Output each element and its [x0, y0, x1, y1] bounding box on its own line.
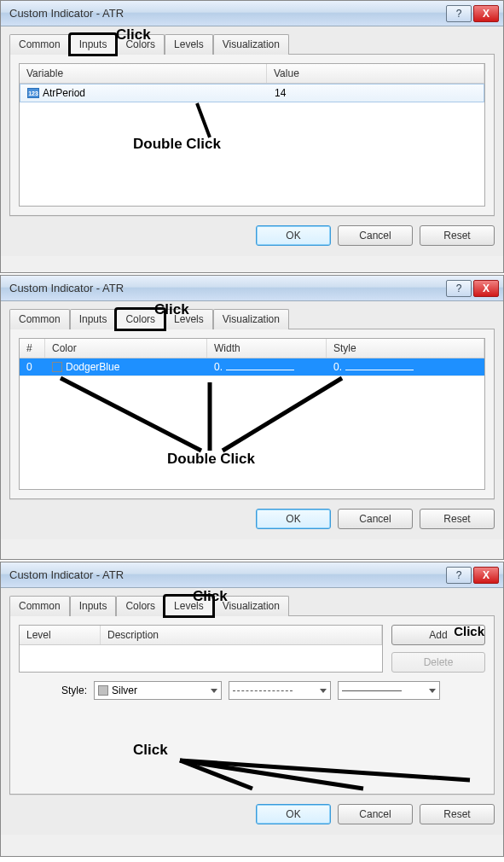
- help-icon: ?: [456, 282, 462, 294]
- color-swatch: [52, 362, 62, 372]
- titlebar: Custom Indicator - ATR ? X: [1, 1, 503, 26]
- ok-button[interactable]: OK: [256, 225, 331, 246]
- cancel-button[interactable]: Cancel: [338, 509, 413, 529]
- levels-body: Level Description Add Delete: [19, 625, 485, 673]
- delete-button: Delete: [391, 652, 485, 673]
- col-variable[interactable]: Variable: [20, 64, 267, 83]
- tab-levels[interactable]: Levels: [165, 309, 213, 329]
- tab-panel: Click Level Description Add Delete Styl: [9, 615, 495, 795]
- dialog-buttons: OK Cancel Reset: [9, 795, 495, 828]
- style-dash-dropdown[interactable]: [229, 681, 331, 700]
- tab-common[interactable]: Common: [9, 309, 70, 329]
- close-icon: X: [483, 569, 490, 581]
- silver-swatch: [98, 685, 108, 696]
- close-button[interactable]: X: [473, 280, 499, 297]
- style-width-dropdown[interactable]: [338, 681, 440, 700]
- int-icon: 123: [27, 88, 39, 98]
- col-value[interactable]: Value: [267, 64, 484, 83]
- dialog-buttons: OK Cancel Reset: [9, 216, 495, 249]
- window-title: Custom Indicator - ATR: [9, 7, 446, 20]
- levels-left: Level Description: [19, 625, 383, 673]
- chevron-down-icon: [320, 689, 327, 693]
- width-val: 0.: [214, 361, 223, 373]
- tab-panel: # Color Width Style 0 DodgerBlue 0.: [9, 329, 495, 499]
- tab-levels[interactable]: Levels: [165, 34, 213, 55]
- help-icon: ?: [456, 569, 462, 581]
- help-icon: ?: [456, 8, 462, 20]
- col-hash[interactable]: #: [20, 339, 45, 358]
- help-button[interactable]: ?: [446, 567, 472, 584]
- titlebar-buttons: ? X: [446, 567, 499, 584]
- tab-colors[interactable]: Colors: [116, 596, 165, 616]
- dialog-buttons: OK Cancel Reset: [9, 499, 495, 533]
- tab-common[interactable]: Common: [9, 34, 70, 55]
- close-icon: X: [483, 8, 490, 20]
- dialog-body: Common Inputs Colors Levels Visualizatio…: [1, 301, 503, 539]
- table-row[interactable]: 0 DodgerBlue 0. 0.: [20, 358, 484, 376]
- style-row: Style: Silver: [19, 673, 485, 700]
- table-header: # Color Width Style: [20, 339, 484, 358]
- chevron-down-icon: [211, 689, 217, 693]
- chevron-down-icon: [429, 689, 436, 693]
- ok-button[interactable]: OK: [256, 509, 331, 529]
- add-button[interactable]: Add: [391, 625, 485, 645]
- style-color-dropdown[interactable]: Silver: [94, 681, 222, 700]
- tab-inputs[interactable]: Inputs: [70, 34, 117, 55]
- col-level[interactable]: Level: [20, 626, 101, 644]
- col-color[interactable]: Color: [45, 339, 207, 358]
- table-header: Variable Value: [20, 64, 484, 84]
- reset-button[interactable]: Reset: [420, 225, 495, 246]
- close-button[interactable]: X: [473, 5, 499, 22]
- row-num: 0: [20, 358, 45, 376]
- reset-button[interactable]: Reset: [420, 804, 495, 824]
- dialog-inputs: Custom Indicator - ATR ? X Click Common …: [0, 0, 504, 273]
- cancel-button[interactable]: Cancel: [338, 225, 413, 246]
- tab-strip: Common Inputs Colors Levels Visualizatio…: [9, 595, 495, 615]
- dialog-levels: Custom Indicator - ATR ? X Click Common …: [0, 562, 504, 857]
- help-button[interactable]: ?: [446, 5, 472, 22]
- levels-table: Level Description: [19, 625, 383, 673]
- tab-strip: Common Inputs Colors Levels Visualizatio…: [9, 33, 495, 54]
- window-title: Custom Indicator - ATR: [9, 282, 446, 294]
- table-row[interactable]: 123 AtrPeriod 14: [20, 84, 484, 102]
- solid-sample: [342, 690, 402, 691]
- tab-colors[interactable]: Colors: [116, 34, 165, 55]
- dialog-colors: Custom Indicator - ATR ? X Click Common …: [0, 275, 504, 560]
- ok-button[interactable]: OK: [256, 804, 331, 824]
- reset-button[interactable]: Reset: [420, 509, 495, 529]
- tab-visualization[interactable]: Visualization: [213, 309, 289, 329]
- titlebar-buttons: ? X: [446, 5, 499, 22]
- close-icon: X: [483, 282, 490, 294]
- tab-visualization[interactable]: Visualization: [213, 596, 289, 616]
- tab-levels[interactable]: Levels: [165, 596, 213, 616]
- table-header: Level Description: [20, 626, 382, 645]
- levels-right: Add Delete: [391, 625, 485, 673]
- dialog-body: Common Inputs Colors Levels Visualizatio…: [1, 588, 503, 835]
- tab-inputs[interactable]: Inputs: [70, 596, 117, 616]
- tab-inputs[interactable]: Inputs: [70, 309, 117, 329]
- tab-colors[interactable]: Colors: [116, 309, 165, 329]
- cancel-button[interactable]: Cancel: [338, 804, 413, 824]
- window-title: Custom Indicator - ATR: [9, 568, 446, 581]
- help-button[interactable]: ?: [446, 280, 472, 297]
- tab-panel: Variable Value 123 AtrPeriod 14: [9, 54, 495, 216]
- tab-strip: Common Inputs Colors Levels Visualizatio…: [9, 308, 495, 329]
- style-sample: [345, 370, 414, 370]
- titlebar: Custom Indicator - ATR ? X: [1, 562, 503, 588]
- dash-sample: [233, 690, 293, 691]
- var-name: AtrPeriod: [43, 87, 85, 99]
- colors-table: # Color Width Style 0 DodgerBlue 0.: [19, 338, 485, 490]
- style-label: Style:: [61, 684, 87, 696]
- var-value[interactable]: 14: [268, 84, 484, 102]
- dialog-body: Common Inputs Colors Levels Visualizatio…: [1, 26, 503, 256]
- close-button[interactable]: X: [473, 567, 499, 584]
- col-description[interactable]: Description: [101, 626, 382, 644]
- tab-visualization[interactable]: Visualization: [213, 34, 289, 55]
- col-width[interactable]: Width: [207, 339, 327, 358]
- tab-common[interactable]: Common: [9, 596, 70, 616]
- inputs-table: Variable Value 123 AtrPeriod 14: [19, 63, 485, 207]
- color-name: DodgerBlue: [66, 361, 119, 373]
- width-sample: [226, 370, 294, 370]
- style-color-name: Silver: [112, 684, 137, 696]
- col-style[interactable]: Style: [327, 339, 484, 358]
